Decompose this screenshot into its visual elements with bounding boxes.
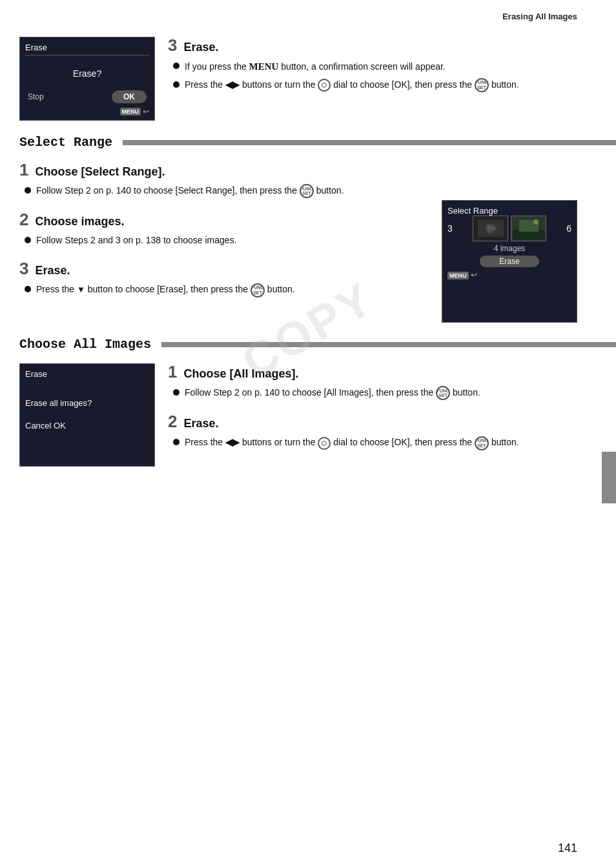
bullet-text: Follow Step 2 on p. 140 to choose [All I…: [185, 386, 480, 400]
range-screen-title: Select Range: [447, 206, 571, 216]
bullet-dot: [25, 237, 31, 243]
bullet-text: Follow Steps 2 and 3 on p. 138 to choose…: [36, 234, 237, 247]
svg-point-7: [533, 219, 539, 225]
sr-step1-heading: 1 Choose [Select Range].: [19, 161, 429, 179]
step3-heading: 3 Erase.: [168, 37, 577, 54]
range-img-left: [473, 216, 508, 241]
bullet-item: Follow Steps 2 and 3 on p. 138 to choose…: [25, 234, 429, 247]
page-header: Erasing All Images: [0, 0, 616, 21]
menu-bar-erase: MENU ↩: [120, 107, 150, 116]
sr-step1-title: Choose [Select Range].: [35, 165, 165, 179]
top-erase-step-content: 3 Erase. If you press the MENU button, a…: [168, 37, 577, 96]
lr-arrows-icon2: ◀▶: [225, 437, 240, 447]
sr-step1-number: 1: [19, 161, 28, 178]
bullet-text: Press the ◀▶ buttons or turn the dial to…: [185, 78, 519, 92]
all-screen-title: Erase: [25, 369, 149, 379]
page-number: 141: [558, 842, 577, 855]
down-arrow-icon: ▼: [77, 285, 85, 294]
choose-all-section: Erase Erase all images? Cancel OK 1 Choo…: [0, 354, 616, 467]
bullet-item: Press the ◀▶ buttons or turn the dial to…: [173, 436, 577, 450]
return-arrow-icon: ↩: [471, 270, 477, 279]
ok-button: OK: [54, 421, 66, 430]
dial-icon2: [318, 437, 331, 450]
ca-step1-bullets: Follow Step 2 on p. 140 to choose [All I…: [168, 386, 577, 400]
bullet-dot: [173, 439, 180, 445]
range-menu-bar: MENU ↩: [447, 270, 571, 279]
bullet-text: Follow Step 2 on p. 140 to choose [Selec…: [36, 184, 344, 198]
cancel-button: Cancel: [25, 421, 51, 430]
range-erase-label: Erase: [480, 256, 539, 267]
all-screen-center: Erase all images?: [25, 398, 149, 408]
range-images: [473, 216, 546, 241]
bullet-dot: [173, 81, 180, 88]
bullet-item: If you press the MENU button, a confirma…: [173, 59, 577, 74]
ca-step2-number: 2: [168, 413, 177, 430]
bullet-item: Press the ▼ button to choose [Erase], th…: [25, 283, 429, 297]
func-set-icon: FUNCSET: [436, 386, 450, 400]
func-set-icon: FUNCSET: [251, 283, 265, 298]
screen-center-erase: Erase?: [25, 68, 149, 79]
bullet-text: Press the ◀▶ buttons or turn the dial to…: [185, 436, 519, 450]
bullet-text: If you press the MENU button, a confirma…: [185, 59, 446, 74]
screen-buttons-erase: Stop OK: [25, 90, 149, 103]
range-left-num: 3: [447, 223, 453, 234]
func-set-icon: FUNCSET: [300, 184, 314, 198]
range-camera-screen: Select Range 3: [442, 200, 577, 323]
sr-step3-title: Erase.: [35, 264, 70, 278]
ca-step1: 1 Choose [All Images]. Follow Step 2 on …: [168, 363, 577, 404]
ca-step1-number: 1: [168, 363, 177, 380]
stop-button: Stop: [28, 92, 44, 101]
menu-text-inline: MENU: [249, 61, 279, 72]
menu-icon: MENU: [120, 108, 141, 116]
section-header-bar: [123, 140, 616, 145]
bullet-dot: [173, 63, 180, 69]
erase-camera-screen: Erase Erase? Stop OK MENU ↩: [19, 37, 155, 121]
header-title: Erasing All Images: [502, 12, 577, 21]
bullet-item: Follow Step 2 on p. 140 to choose [All I…: [173, 386, 577, 400]
range-count-text: 4 images: [447, 244, 571, 253]
all-screen-buttons: Cancel OK: [25, 421, 149, 430]
return-arrow-icon: ↩: [143, 107, 149, 116]
ca-step2-title: Erase.: [183, 417, 218, 430]
sr-step1-bullets: Follow Step 2 on p. 140 to choose [Selec…: [19, 184, 429, 198]
sr-step2-heading: 2 Choose images.: [19, 211, 429, 228]
sr-step3-bullets: Press the ▼ button to choose [Erase], th…: [19, 283, 429, 297]
step3-number: 3: [168, 37, 177, 54]
bullet-item: Follow Step 2 on p. 140 to choose [Selec…: [25, 184, 429, 198]
select-range-header: Select Range: [0, 132, 616, 152]
select-range-title: Select Range: [0, 132, 123, 152]
ca-step2-heading: 2 Erase.: [168, 413, 577, 430]
sr-step2-bullets: Follow Steps 2 and 3 on p. 138 to choose…: [19, 234, 429, 247]
range-erase-button: Erase: [447, 256, 571, 267]
bullet-dot: [173, 389, 180, 396]
ca-step1-title: Choose [All Images].: [183, 367, 298, 381]
choose-all-title: Choose All Images: [0, 334, 161, 354]
ca-step2: 2 Erase. Press the ◀▶ buttons or turn th…: [168, 413, 577, 454]
side-tab: [602, 452, 616, 503]
screen-title-erase: Erase: [25, 43, 149, 56]
sr-step3: 3 Erase. Press the ▼ button to choose [E…: [19, 260, 429, 301]
ca-step2-bullets: Press the ◀▶ buttons or turn the dial to…: [168, 436, 577, 450]
all-camera-screen: Erase Erase all images? Cancel OK: [19, 363, 155, 467]
sr-step2: 2 Choose images. Follow Steps 2 and 3 on…: [19, 211, 429, 251]
bullet-dot: [25, 286, 31, 292]
choose-all-header: Choose All Images: [0, 334, 616, 354]
bullet-text: Press the ▼ button to choose [Erase], th…: [36, 283, 295, 297]
sr-step2-title: Choose images.: [35, 215, 124, 228]
select-range-section: 1 Choose [Select Range]. Follow Step 2 o…: [0, 152, 616, 323]
func-set-icon2: FUNCSET: [475, 436, 489, 450]
step3-title: Erase.: [183, 41, 218, 54]
section-header-bar2: [161, 342, 616, 347]
bullet-item: Press the ◀▶ buttons or turn the dial to…: [173, 78, 577, 92]
step3-bullets: If you press the MENU button, a confirma…: [168, 59, 577, 92]
lr-arrows-icon: ◀▶: [225, 79, 240, 90]
sr-step2-number: 2: [19, 211, 28, 228]
dial-icon: [318, 79, 331, 92]
select-range-steps: 1 Choose [Select Range]. Follow Step 2 o…: [19, 161, 429, 301]
range-right-num: 6: [566, 223, 571, 234]
func-set-icon: FUNCSET: [475, 78, 489, 92]
range-img-right: [511, 216, 546, 241]
range-row: 3: [447, 216, 571, 241]
ok-button: OK: [112, 90, 147, 103]
choose-all-steps: 1 Choose [All Images]. Follow Step 2 on …: [168, 363, 577, 454]
